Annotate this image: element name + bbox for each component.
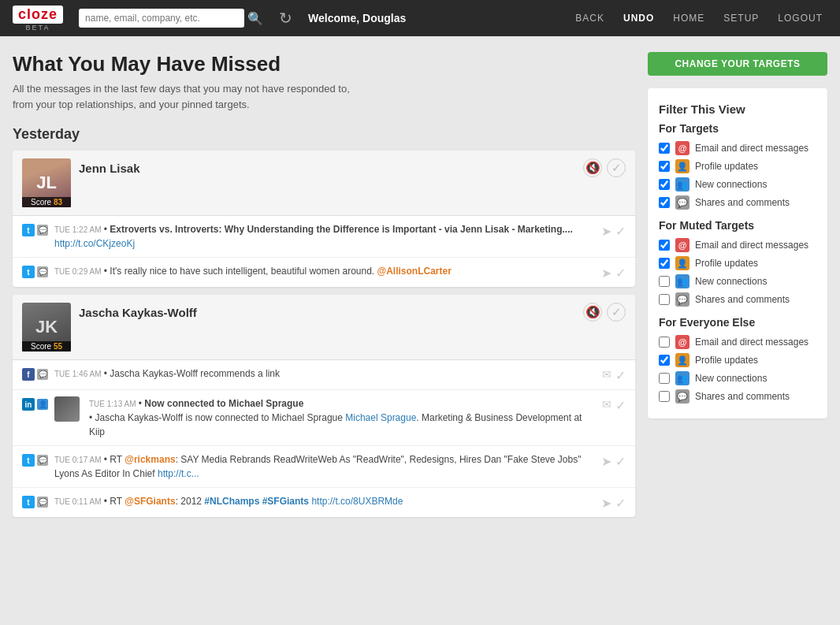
page-subtitle: All the messages in the last few days th… (13, 81, 635, 112)
person-card-jascha: JK Score 55 Jascha Kaykas-Wolff 🔇 ✓ f 💬 … (13, 295, 635, 517)
card-actions-jenn: 🔇 ✓ (583, 158, 626, 177)
message-timestamp: TUE 1:22 AM (54, 225, 101, 234)
score-badge-jascha: Score 55 (22, 341, 71, 352)
filter-label-targets-profile: Profile updates (695, 161, 758, 172)
email-filter-icon-everyone: @ (675, 335, 689, 349)
welcome-text: Welcome, Douglas (308, 12, 561, 24)
avatar-wrap-jascha: JK Score 55 (22, 303, 71, 352)
search-input[interactable] (79, 9, 244, 28)
nav-logout[interactable]: LOGOUT (773, 13, 827, 24)
message-body: TUE 0:11 AM • RT @SFGiants: 2012 #NLCham… (54, 494, 595, 508)
message-link[interactable]: http://t.c... (158, 468, 199, 479)
message-icons: t 💬 (22, 222, 48, 236)
card-actions-jascha: 🔇 ✓ (583, 303, 626, 322)
filter-cb-everyone-profile[interactable] (659, 355, 670, 366)
message-row-actions: ➤ ✓ (601, 264, 626, 281)
linkedin-icon: in (22, 398, 35, 411)
check-icon[interactable]: ✓ (615, 368, 626, 383)
filter-row-muted-email: @ Email and direct messages (659, 238, 816, 252)
profile-filter-icon: 👤 (675, 159, 689, 173)
filter-cb-targets-email[interactable] (659, 143, 670, 154)
message-link[interactable]: http://t.co/CKjzeoKj (54, 238, 135, 249)
envelope-icon[interactable]: ✉ (602, 368, 611, 381)
for-targets-title: For Targets (659, 122, 816, 135)
page-title: What You May Have Missed (13, 52, 635, 76)
share-filter-icon-everyone: 💬 (675, 389, 689, 404)
message-row-actions: ✉ ✓ (602, 366, 626, 383)
nav-undo[interactable]: UNDO (619, 13, 659, 24)
email-filter-icon-muted: @ (675, 238, 689, 252)
message-link[interactable]: http://t.co/8UXBRMde (311, 496, 403, 507)
message-body: TUE 1:13 AM • Now connected to Michael S… (89, 396, 596, 439)
connect-filter-icon-everyone: 👥 (675, 371, 689, 385)
for-everyone-title: For Everyone Else (659, 316, 816, 329)
right-panel: CHANGE YOUR TARGETS Filter This View For… (648, 52, 827, 525)
message-row: t 💬 TUE 0:17 AM • RT @rickmans: SAY Medi… (13, 446, 635, 488)
dm-icon: 💬 (37, 225, 48, 236)
send-icon[interactable]: ➤ (601, 266, 611, 281)
person-name-jenn: Jenn Lisak (79, 158, 140, 175)
check-icon[interactable]: ✓ (615, 496, 626, 511)
filter-row-everyone-email: @ Email and direct messages (659, 335, 816, 349)
filter-cb-targets-share[interactable] (659, 197, 670, 208)
mute-icon-jenn[interactable]: 🔇 (583, 158, 602, 177)
filter-cb-muted-connect[interactable] (659, 276, 670, 287)
filter-label-muted-email: Email and direct messages (695, 240, 808, 251)
done-icon-jascha[interactable]: ✓ (607, 303, 626, 322)
mute-icon-jascha[interactable]: 🔇 (583, 303, 602, 322)
filter-row-targets-profile: 👤 Profile updates (659, 159, 816, 173)
filter-row-muted-share: 💬 Shares and comments (659, 292, 816, 307)
check-icon[interactable]: ✓ (615, 398, 626, 413)
twitter-icon: t (22, 224, 35, 236)
filter-cb-muted-email[interactable] (659, 240, 670, 251)
search-icon[interactable]: 🔍 (247, 11, 263, 26)
send-icon[interactable]: ➤ (601, 454, 611, 469)
filter-title: Filter This View (659, 102, 816, 116)
for-muted-title: For Muted Targets (659, 219, 816, 232)
message-body: TUE 1:46 AM • Jascha Kaykas-Wolff recomm… (54, 366, 596, 381)
message-row: t 💬 TUE 0:29 AM • It's really nice to ha… (13, 258, 635, 287)
filter-cb-muted-profile[interactable] (659, 258, 670, 269)
check-icon[interactable]: ✓ (615, 266, 626, 281)
profile-filter-icon-everyone: 👤 (675, 353, 689, 367)
message-icons: t 💬 (22, 452, 48, 467)
hashtag-nlchamps: #NLChamps (204, 496, 259, 507)
message-body: TUE 0:29 AM • It's really nice to have s… (54, 264, 595, 278)
logo-beta: BETA (26, 24, 50, 32)
filter-label-muted-connect: New connections (695, 276, 767, 287)
filter-row-muted-profile: 👤 Profile updates (659, 256, 816, 270)
done-icon-jenn[interactable]: ✓ (607, 158, 626, 177)
send-icon[interactable]: ➤ (601, 496, 611, 511)
check-icon[interactable]: ✓ (615, 454, 626, 469)
message-icons: t 💬 (22, 264, 48, 278)
filter-row-targets-connect: 👥 New connections (659, 177, 816, 192)
message-row-actions: ➤ ✓ (601, 222, 626, 239)
avatar-wrap-jenn: JL Score 83 (22, 158, 71, 207)
nav-home[interactable]: HOME (668, 13, 709, 24)
check-icon[interactable]: ✓ (615, 224, 626, 239)
share-filter-icon-muted: 💬 (675, 292, 689, 307)
change-targets-button[interactable]: CHANGE YOUR TARGETS (648, 52, 827, 76)
filter-cb-everyone-email[interactable] (659, 337, 670, 348)
filter-cb-everyone-share[interactable] (659, 391, 670, 402)
nav-setup[interactable]: SETUP (719, 13, 764, 24)
connected-name-link[interactable]: Michael Sprague (345, 412, 416, 423)
send-icon[interactable]: ➤ (601, 224, 611, 239)
message-timestamp: TUE 0:11 AM (54, 497, 101, 506)
dm-icon: 💬 (37, 455, 48, 466)
twitter-icon: t (22, 266, 35, 278)
message-row-actions: ➤ ✓ (601, 494, 626, 511)
filter-cb-everyone-connect[interactable] (659, 373, 670, 384)
filter-cb-muted-share[interactable] (659, 294, 670, 305)
filter-label-muted-profile: Profile updates (695, 258, 758, 269)
message-row-actions: ✉ ✓ (602, 396, 626, 413)
profile-filter-icon-muted: 👤 (675, 256, 689, 270)
refresh-icon[interactable]: ↻ (279, 9, 292, 28)
message-timestamp: TUE 1:46 AM (54, 370, 101, 378)
envelope-icon[interactable]: ✉ (602, 398, 611, 411)
filter-cb-targets-connect[interactable] (659, 179, 670, 190)
card-header-jascha: JK Score 55 Jascha Kaykas-Wolff 🔇 ✓ (13, 295, 635, 360)
nav-back[interactable]: BACK (571, 13, 609, 24)
filter-label-targets-connect: New connections (695, 179, 767, 190)
filter-cb-targets-profile[interactable] (659, 161, 670, 172)
